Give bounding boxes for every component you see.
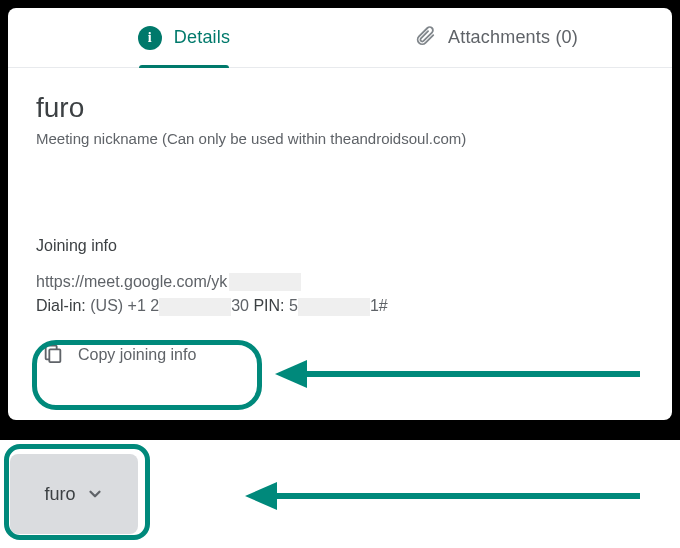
meeting-link-prefix: https://meet.google.com/yk [36,273,227,291]
redacted-block [159,298,231,316]
pin-prefix: 5 [285,297,298,314]
tab-details-label: Details [174,27,230,48]
tab-attachments[interactable]: Attachments (0) [340,8,652,67]
meeting-pill-label: furo [44,484,75,505]
copy-joining-info-label: Copy joining info [78,346,196,364]
dial-in-label: Dial-in: [36,297,86,314]
tab-bar: i Details Attachments (0) [8,8,672,68]
redacted-block [298,298,370,316]
meeting-pill-button[interactable]: furo [10,454,138,534]
info-icon: i [138,26,162,50]
bottom-bar: furo [0,440,680,548]
redacted-block [229,273,301,291]
meeting-link-row: https://meet.google.com/yk [36,273,644,291]
joining-info-heading: Joining info [36,237,644,255]
chevron-down-icon [86,485,104,503]
meeting-details-panel: i Details Attachments (0) furo Meeting n… [8,8,672,420]
copy-joining-info-button[interactable]: Copy joining info [36,332,214,378]
dial-in-row: Dial-in: (US) +1 230 PIN: 51# [36,297,644,316]
meeting-title: furo [36,92,644,124]
details-content: furo Meeting nickname (Can only be used … [8,68,672,378]
copy-icon [42,342,64,368]
attachment-icon [414,25,436,51]
tab-details[interactable]: i Details [28,8,340,67]
svg-rect-0 [49,349,60,362]
dial-in-mid: 30 [231,297,253,314]
meeting-subtitle: Meeting nickname (Can only be used withi… [36,130,644,147]
pin-label: PIN: [253,297,284,314]
tab-attachments-label: Attachments (0) [448,27,578,48]
dial-in-prefix: (US) +1 2 [86,297,159,314]
pin-suffix: 1# [370,297,388,314]
